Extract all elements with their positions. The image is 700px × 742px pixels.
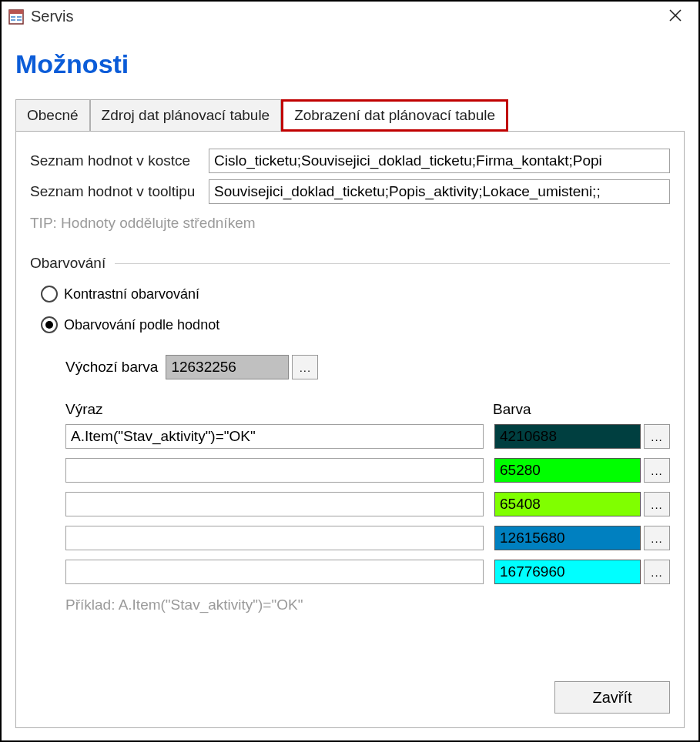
- radio-by-values-label: Obarvování podle hodnot: [64, 317, 219, 333]
- column-expression-header: Výraz: [65, 401, 493, 418]
- expression-input[interactable]: [65, 560, 484, 584]
- expression-input[interactable]: [65, 424, 484, 449]
- color-rule-row: 65408...: [65, 492, 670, 516]
- radio-checked-icon: [41, 316, 58, 333]
- tooltip-values-row: Seznam hodnot v tooltipu: [30, 179, 670, 204]
- radio-contrast-label: Kontrastní obarvování: [64, 286, 199, 302]
- divider: [115, 263, 670, 264]
- color-picker-button[interactable]: ...: [644, 560, 670, 584]
- svg-rect-2: [11, 16, 15, 18]
- content-area: Možnosti Obecné Zdroj dat plánovací tabu…: [2, 32, 698, 740]
- coloring-group-header: Obarvování: [30, 255, 670, 272]
- radio-contrast[interactable]: Kontrastní obarvování: [41, 286, 670, 302]
- columns-header: Výraz Barva: [65, 401, 670, 418]
- close-button[interactable]: Zavřít: [554, 681, 670, 714]
- color-swatch[interactable]: 65280: [494, 458, 641, 483]
- color-rule-row: 65280...: [65, 458, 670, 483]
- color-rule-row: 12615680...: [65, 526, 670, 550]
- default-color-picker-button[interactable]: ...: [292, 355, 318, 379]
- window-title: Servis: [31, 8, 74, 25]
- color-swatch[interactable]: 16776960: [494, 560, 641, 584]
- color-picker-button[interactable]: ...: [644, 492, 670, 516]
- svg-rect-1: [9, 10, 23, 14]
- expression-input[interactable]: [65, 492, 484, 516]
- default-color-row: Výchozí barva 12632256 ...: [65, 355, 670, 379]
- cube-values-label: Seznam hodnot v kostce: [30, 152, 209, 169]
- color-swatch[interactable]: 4210688: [494, 424, 641, 449]
- expression-input[interactable]: [65, 458, 484, 483]
- color-swatch[interactable]: 65408: [494, 492, 641, 516]
- svg-rect-5: [17, 19, 22, 21]
- coloring-group-label: Obarvování: [30, 255, 106, 272]
- cube-values-input[interactable]: [209, 149, 670, 173]
- color-swatch[interactable]: 12615680: [494, 526, 641, 550]
- tab-filler: [508, 99, 685, 132]
- color-rule-row: 4210688...: [65, 424, 670, 449]
- close-icon: [669, 8, 682, 25]
- tab-data-source[interactable]: Zdroj dat plánovací tabule: [90, 99, 282, 132]
- window-close-button[interactable]: [658, 4, 692, 30]
- svg-rect-3: [11, 19, 15, 21]
- column-color-header: Barva: [493, 401, 670, 418]
- color-picker-button[interactable]: ...: [644, 458, 670, 483]
- footer: Zavřít: [30, 666, 670, 714]
- color-picker-button[interactable]: ...: [644, 424, 670, 449]
- tooltip-values-input[interactable]: [209, 179, 670, 204]
- titlebar: Servis: [2, 2, 698, 32]
- color-picker-button[interactable]: ...: [644, 526, 670, 550]
- form-icon: [8, 8, 25, 25]
- radio-by-values[interactable]: Obarvování podle hodnot: [41, 316, 670, 333]
- dialog-window: Servis Možnosti Obecné Zdroj dat plánova…: [0, 0, 700, 742]
- tab-data-view[interactable]: Zobrazení dat plánovací tabule: [281, 99, 508, 132]
- cube-values-row: Seznam hodnot v kostce: [30, 149, 670, 173]
- tab-panel-data-view: Seznam hodnot v kostce Seznam hodnot v t…: [15, 132, 685, 728]
- tooltip-values-label: Seznam hodnot v tooltipu: [30, 183, 209, 200]
- radio-unchecked-icon: [41, 286, 58, 302]
- page-title: Možnosti: [15, 49, 685, 79]
- tip-text: TIP: Hodnoty oddělujte středníkem: [30, 215, 670, 232]
- expression-input[interactable]: [65, 526, 484, 550]
- example-text: Příklad: A.Item("Stav_aktivity")="OK": [65, 597, 670, 613]
- tabs: Obecné Zdroj dat plánovací tabule Zobraz…: [15, 99, 685, 132]
- svg-rect-4: [17, 16, 22, 18]
- default-color-label: Výchozí barva: [65, 359, 158, 376]
- tab-general[interactable]: Obecné: [15, 99, 90, 132]
- default-color-value[interactable]: 12632256: [166, 355, 289, 379]
- color-rule-row: 16776960...: [65, 560, 670, 584]
